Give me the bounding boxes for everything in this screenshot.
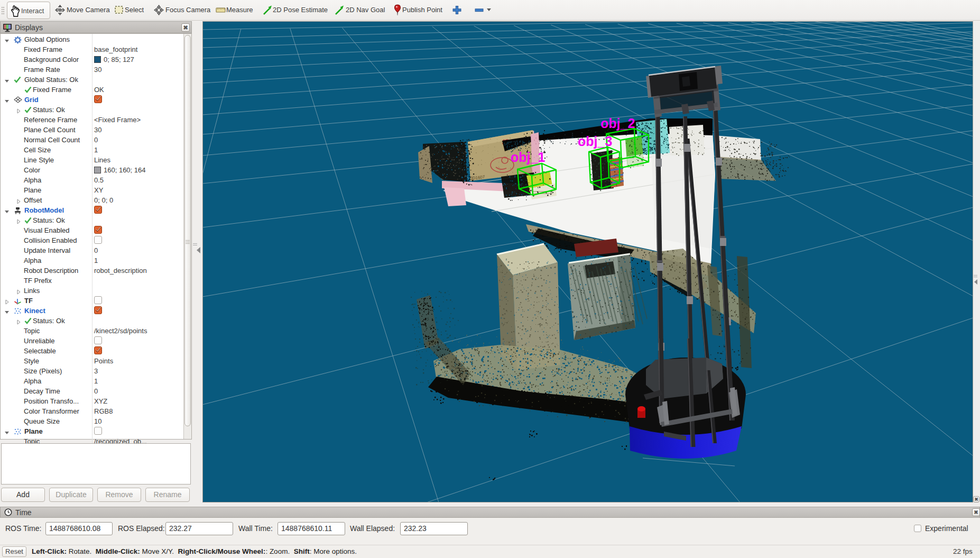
svg-text:obj_1: obj_1 bbox=[511, 150, 545, 164]
svg-text:obj_2: obj_2 bbox=[600, 116, 635, 131]
svg-text:obj_3: obj_3 bbox=[578, 134, 612, 149]
